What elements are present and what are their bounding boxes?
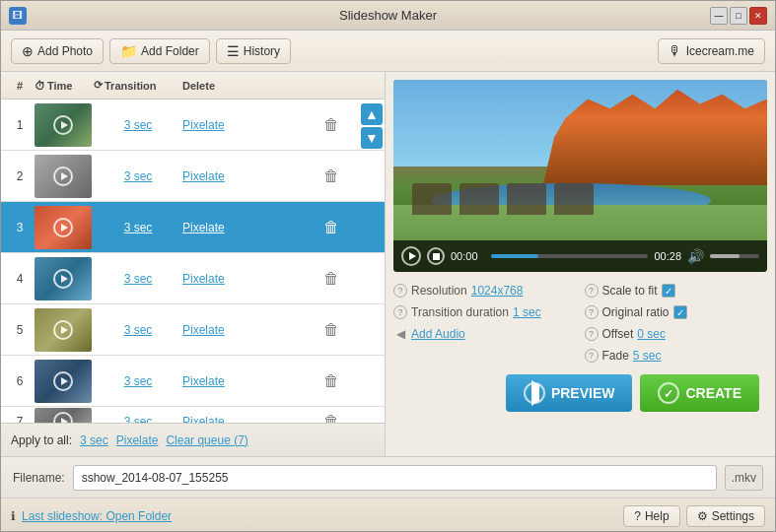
- history-icon: ☰: [227, 43, 240, 59]
- scale-help-icon[interactable]: ?: [585, 284, 599, 298]
- table-row[interactable]: 3 3 sec Pixelate 🗑: [1, 202, 385, 253]
- video-play-button[interactable]: [401, 246, 421, 266]
- transition-icon: ⟳: [94, 79, 103, 92]
- minimize-button[interactable]: —: [710, 7, 728, 25]
- fade-value[interactable]: 5 sec: [633, 349, 662, 363]
- help-label: Help: [645, 509, 670, 523]
- apply-to-all-bar: Apply to all: 3 sec Pixelate Clear queue…: [1, 423, 385, 456]
- close-button[interactable]: ✕: [749, 7, 767, 25]
- offset-value[interactable]: 0 sec: [637, 327, 666, 341]
- delete-button[interactable]: 🗑: [281, 413, 381, 424]
- settings-right: ? Scale to fit ? Original ratio ? Offset…: [585, 280, 768, 366]
- slide-thumbnail: [35, 257, 92, 300]
- transition-duration-value[interactable]: 1 sec: [513, 305, 541, 319]
- play-icon: [53, 320, 73, 340]
- title-bar: 🎞 Slideshow Maker — □ ✕: [1, 1, 775, 31]
- table-row[interactable]: 6 3 sec Pixelate 🗑: [1, 356, 385, 407]
- toolbar-right: 🎙 Icecream.me: [658, 38, 765, 64]
- slide-list-panel: # ⏱ Time ⟳ Transition Delete 1 3 sec Pix…: [1, 72, 386, 456]
- slide-time[interactable]: 3 sec: [94, 169, 182, 183]
- fade-label: Fade: [602, 349, 629, 363]
- add-audio-link[interactable]: Add Audio: [411, 327, 465, 341]
- volume-fill: [710, 254, 740, 258]
- delete-button[interactable]: 🗑: [281, 270, 381, 288]
- col-header-delete: Delete: [182, 80, 281, 92]
- chair-2: [459, 183, 499, 215]
- maximize-button[interactable]: □: [730, 7, 747, 25]
- original-ratio-row: ? Original ratio: [585, 301, 768, 323]
- add-folder-button[interactable]: 📁 Add Folder: [109, 38, 210, 64]
- slide-transition[interactable]: Pixelate: [182, 221, 281, 234]
- add-folder-icon: 📁: [120, 43, 137, 59]
- delete-button[interactable]: 🗑: [281, 167, 381, 185]
- brand-label: Icecream.me: [686, 44, 754, 58]
- preview-label: PREVIEW: [551, 385, 615, 401]
- slide-transition[interactable]: Pixelate: [182, 118, 281, 132]
- table-row[interactable]: 7 3 sec Pixelate 🗑: [1, 407, 385, 423]
- status-text[interactable]: Last slideshow: Open Folder: [22, 509, 172, 523]
- preview-button[interactable]: PREVIEW: [506, 374, 633, 412]
- filename-bar: Filename: .mkv: [1, 456, 775, 498]
- video-current-time: 00:00: [451, 250, 485, 262]
- settings-left: ? Resolution 1024x768 ? Transition durat…: [393, 280, 577, 366]
- resolution-row: ? Resolution 1024x768: [393, 280, 577, 301]
- apply-transition[interactable]: Pixelate: [116, 433, 159, 447]
- scroll-up-button[interactable]: ▲: [361, 103, 383, 125]
- table-row[interactable]: 2 3 sec Pixelate 🗑: [1, 151, 385, 202]
- history-label: History: [244, 44, 280, 58]
- offset-label: Offset: [602, 327, 634, 341]
- play-icon: [53, 371, 73, 391]
- video-progress-bar[interactable]: [491, 254, 648, 258]
- transition-duration-row: ? Transition duration 1 sec: [393, 301, 577, 323]
- fade-help-icon[interactable]: ?: [585, 349, 599, 363]
- slide-time[interactable]: 3 sec: [94, 323, 182, 337]
- fade-row: ? Fade 5 sec: [585, 345, 768, 366]
- history-button[interactable]: ☰ History: [216, 38, 291, 64]
- delete-button[interactable]: 🗑: [281, 219, 381, 236]
- apply-time[interactable]: 3 sec: [80, 433, 108, 447]
- add-photo-button[interactable]: ⊕ Add Photo: [11, 38, 104, 64]
- slide-transition[interactable]: Pixelate: [182, 323, 281, 337]
- scroll-down-button[interactable]: ▼: [361, 127, 383, 149]
- ratio-checkbox[interactable]: [673, 305, 687, 319]
- slide-transition[interactable]: Pixelate: [182, 374, 281, 388]
- slide-transition[interactable]: Pixelate: [182, 415, 281, 424]
- slide-transition[interactable]: Pixelate: [182, 169, 281, 183]
- filename-extension: .mkv: [725, 465, 763, 491]
- settings-button[interactable]: ⚙ Settings: [686, 505, 765, 527]
- slide-number: 6: [5, 374, 35, 388]
- title-bar-left: 🎞: [9, 7, 27, 25]
- slide-time[interactable]: 3 sec: [94, 272, 182, 286]
- slide-thumbnail: [35, 103, 92, 147]
- resolution-value[interactable]: 1024x768: [471, 284, 524, 298]
- video-stop-button[interactable]: [427, 247, 445, 265]
- help-button[interactable]: ? Help: [623, 505, 679, 527]
- slide-list-body[interactable]: 1 3 sec Pixelate 🗑 2 3 sec Pixelate 🗑: [1, 100, 385, 423]
- brand-button[interactable]: 🎙 Icecream.me: [658, 38, 765, 64]
- video-progress-fill: [491, 254, 538, 258]
- slide-time[interactable]: 3 sec: [94, 374, 182, 388]
- scale-checkbox[interactable]: [662, 284, 675, 298]
- chair-3: [507, 183, 546, 215]
- clear-queue-link[interactable]: Clear queue (7): [166, 433, 247, 447]
- ratio-help-icon[interactable]: ?: [585, 305, 599, 319]
- resolution-help-icon[interactable]: ?: [393, 284, 407, 298]
- slide-time[interactable]: 3 sec: [94, 118, 182, 132]
- delete-button[interactable]: 🗑: [281, 321, 381, 339]
- toolbar-left: ⊕ Add Photo 📁 Add Folder ☰ History: [11, 38, 291, 64]
- delete-button[interactable]: 🗑: [281, 372, 381, 390]
- offset-help-icon[interactable]: ?: [585, 327, 599, 341]
- slide-time[interactable]: 3 sec: [94, 221, 182, 234]
- table-row[interactable]: 5 3 sec Pixelate 🗑: [1, 304, 385, 356]
- table-row[interactable]: 4 3 sec Pixelate 🗑: [1, 253, 385, 304]
- create-button[interactable]: CREATE: [640, 374, 759, 412]
- slide-time[interactable]: 3 sec: [94, 415, 182, 424]
- filename-input[interactable]: [73, 465, 717, 491]
- slide-transition[interactable]: Pixelate: [182, 272, 281, 286]
- gear-icon: ⚙: [697, 509, 708, 523]
- slide-number: 7: [5, 415, 35, 424]
- table-row[interactable]: 1 3 sec Pixelate 🗑: [1, 100, 385, 151]
- transition-help-icon[interactable]: ?: [393, 305, 407, 319]
- volume-bar[interactable]: [710, 254, 759, 258]
- status-bar: ℹ Last slideshow: Open Folder ? Help ⚙ S…: [1, 498, 775, 532]
